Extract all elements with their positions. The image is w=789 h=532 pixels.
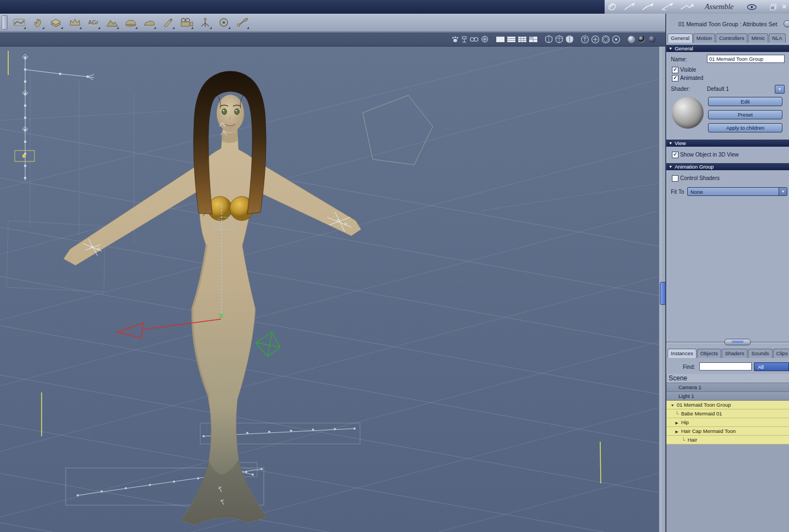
collapse-arrow-icon: ▼: [669, 165, 672, 169]
scene-row-hair[interactable]: └ Hair: [666, 436, 789, 444]
shading-mode-b-icon[interactable]: [555, 35, 564, 43]
scene-row-hip[interactable]: ▶ Hip: [666, 418, 789, 427]
expander-closed-icon[interactable]: ▶: [674, 419, 680, 427]
touch-tool-icon[interactable]: [30, 15, 45, 30]
pencil-c-icon[interactable]: [660, 2, 674, 11]
shader-label: Shader:: [671, 86, 690, 92]
display-mode-lines-icon[interactable]: [507, 36, 516, 43]
pencil-b-icon[interactable]: [641, 2, 655, 11]
expander-open-icon[interactable]: ▼: [670, 401, 675, 409]
pencil-a-icon[interactable]: [623, 2, 636, 11]
eye-icon[interactable]: [746, 3, 757, 11]
mermaid-face[interactable]: [217, 95, 244, 132]
display-mode-flat-icon[interactable]: [496, 36, 505, 43]
target-tool-icon[interactable]: [216, 15, 231, 30]
scene-row-group[interactable]: ▼ 01 Memaid Toon Group: [666, 401, 789, 409]
mermaid-model[interactable]: [63, 71, 361, 525]
section-animation-group-label: Animation Group: [675, 164, 713, 170]
sphere-preview-mid-icon[interactable]: [637, 35, 646, 44]
scene-row-label: Hair Cap Mermaid Toon: [681, 428, 736, 434]
agr-tool-icon[interactable]: AGr: [86, 15, 101, 30]
terrain-tool-icon[interactable]: [142, 15, 156, 30]
section-general-label: General: [675, 45, 693, 51]
tab-clips[interactable]: Clips: [773, 349, 789, 358]
camera-orbit-icon[interactable]: [581, 35, 589, 44]
wave-tool-icon[interactable]: [11, 15, 26, 30]
animated-checkbox[interactable]: ✓: [672, 75, 678, 82]
tab-shaders[interactable]: Shaders: [722, 349, 747, 358]
camera-dolly-icon[interactable]: [612, 35, 620, 44]
tab-nla[interactable]: NLA: [769, 33, 785, 43]
collapse-arrow-icon: ▼: [669, 47, 672, 50]
control-shaders-checkbox[interactable]: [672, 175, 678, 182]
edit-button[interactable]: Edit: [708, 97, 782, 106]
shader-preview-sphere[interactable]: [672, 97, 704, 129]
scene-row-camera[interactable]: Camera 1: [666, 383, 789, 392]
tab-mimic[interactable]: Mimic: [748, 33, 768, 43]
fit-to-dropdown[interactable]: None ▼: [687, 187, 787, 196]
viewport-3d[interactable]: [0, 47, 659, 532]
dolly-icon[interactable]: [461, 36, 468, 43]
shading-mode-a-icon[interactable]: [544, 35, 553, 43]
display-mode-grid-icon[interactable]: [518, 36, 527, 43]
close-window-icon[interactable]: ✕: [782, 3, 787, 10]
tab-general[interactable]: General: [668, 33, 693, 43]
section-view[interactable]: ▼ View: [666, 140, 789, 147]
section-animation-group[interactable]: ▼ Animation Group: [666, 163, 789, 170]
paw-tool-icon[interactable]: [451, 36, 459, 43]
scene-row-label: Hip: [681, 419, 689, 425]
fit-to-label: Fit To: [671, 189, 684, 195]
tab-instances[interactable]: Instances: [668, 349, 697, 358]
display-mode-textured-icon[interactable]: [529, 36, 538, 43]
z-axis-cone[interactable]: [256, 332, 280, 356]
scene-row-light[interactable]: Light 1: [666, 392, 789, 401]
expander-closed-icon[interactable]: ▶: [674, 427, 680, 436]
apply-to-children-button[interactable]: Apply to children: [708, 123, 782, 132]
bone-tool-icon[interactable]: [235, 15, 250, 30]
viewport-vertical-scrollbar[interactable]: [659, 47, 665, 532]
preset-button[interactable]: Preset: [708, 110, 782, 119]
pentagon-wireframe[interactable]: [363, 95, 433, 165]
gyroscope-icon[interactable]: [480, 35, 489, 43]
hand-tool-icon[interactable]: [607, 2, 618, 12]
crown-tool-icon[interactable]: [67, 15, 82, 30]
scene-row-babe-mermaid[interactable]: └ Babe Mermaid 01: [666, 409, 789, 418]
camera-bank-icon[interactable]: [601, 35, 610, 44]
toolbar-dock-handle[interactable]: [2, 15, 8, 30]
scene-row-label: Light 1: [678, 393, 694, 399]
camera-pan-icon[interactable]: [591, 35, 600, 44]
rig-tool-icon[interactable]: [198, 15, 212, 30]
panel-splitter-handle[interactable]: [724, 339, 751, 345]
name-input[interactable]: [707, 55, 785, 63]
sphere-preview-dark-icon[interactable]: [648, 35, 657, 44]
restore-window-icon[interactable]: [770, 4, 777, 10]
construction-lines: [8, 51, 601, 483]
scene-row-label: Camera 1: [678, 384, 701, 390]
pen-tool-icon[interactable]: [160, 15, 175, 30]
dome-tool-icon[interactable]: [123, 15, 138, 30]
binoculars-icon[interactable]: [469, 36, 479, 43]
camera-tool-icon[interactable]: [179, 15, 194, 30]
find-input[interactable]: [699, 362, 752, 371]
tab-controllers[interactable]: Controllers: [716, 33, 747, 43]
visible-checkbox[interactable]: ✓: [672, 67, 678, 73]
sphere-preview-light-icon[interactable]: [627, 35, 636, 44]
stack-tool-icon[interactable]: [49, 15, 63, 30]
visible-label: Visible: [680, 67, 696, 73]
tab-objects[interactable]: Objects: [697, 349, 721, 358]
tree-corner-icon: └: [681, 436, 686, 444]
pencil-d-icon[interactable]: [679, 2, 694, 11]
section-general[interactable]: ▼ General: [666, 45, 789, 52]
scene-row-hair-cap[interactable]: ▶ Hair Cap Mermaid Toon: [666, 427, 789, 436]
show-object-checkbox[interactable]: ✓: [672, 152, 678, 158]
scene-list-empty-area[interactable]: [666, 444, 789, 532]
mermaid-body[interactable]: [63, 129, 361, 525]
filter-dropdown[interactable]: All: [754, 362, 789, 371]
panel-menu-icon[interactable]: [784, 20, 789, 27]
mountain-tool-icon[interactable]: [105, 15, 119, 30]
tab-sounds[interactable]: Sounds: [748, 349, 772, 358]
room-label: Assemble: [705, 3, 734, 11]
shader-dropdown-button[interactable]: ▼: [775, 85, 785, 94]
shading-mode-c-icon[interactable]: [565, 35, 574, 43]
tab-motion[interactable]: Motion: [693, 33, 716, 43]
